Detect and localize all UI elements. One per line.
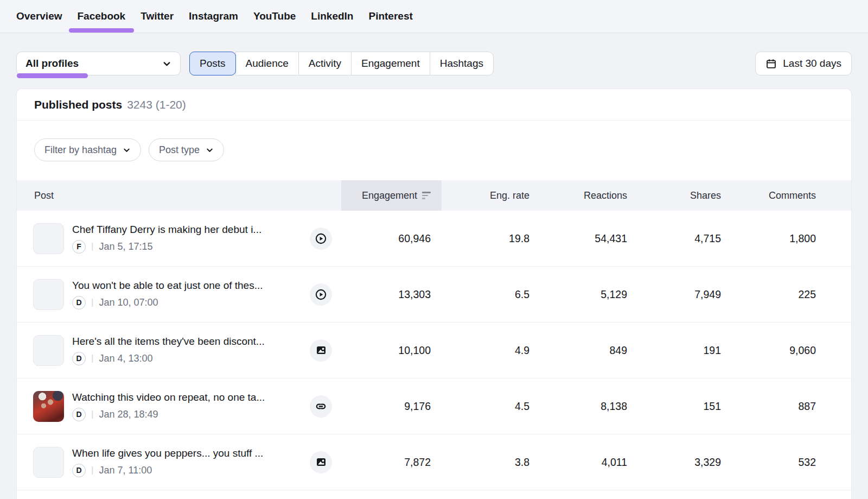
sort-descending-icon [422, 192, 431, 199]
engagement-value: 9,176 [341, 400, 442, 413]
column-header-shares[interactable]: Shares [638, 180, 732, 211]
post-title: You won't be able to eat just one of the… [72, 280, 304, 292]
column-header-eng-rate[interactable]: Eng. rate [442, 180, 540, 211]
view-tab-posts[interactable]: Posts [189, 52, 236, 75]
post-title: When life gives you peppers... you stuff… [72, 447, 304, 459]
post-title: Watching this video on repeat, no one ta… [72, 391, 304, 403]
comments-value: 532 [732, 456, 827, 469]
media-type-badge [310, 395, 332, 418]
view-tab-audience[interactable]: Audience [235, 52, 299, 75]
post-date: Jan 10, 07:00 [99, 297, 158, 308]
post-thumbnail [33, 447, 64, 478]
post-title: Here's all the items they've been discon… [72, 336, 304, 348]
nav-tab-instagram[interactable]: Instagram [189, 0, 238, 33]
nav-tab-pinterest[interactable]: Pinterest [368, 0, 412, 33]
shares-value: 4,715 [638, 232, 732, 245]
engagement-value: 7,872 [341, 456, 442, 469]
filter-by-hashtag-dropdown[interactable]: Filter by hashtag [34, 138, 141, 161]
media-type-badge [310, 339, 332, 362]
table-header: Post Engagement Eng. rate Reactions Shar… [17, 180, 851, 211]
meta-separator: | [91, 241, 93, 252]
image-icon [316, 457, 327, 468]
column-header-reactions[interactable]: Reactions [540, 180, 638, 211]
profile-initial-badge: D [72, 352, 86, 365]
calendar-icon [765, 58, 777, 70]
comments-value: 9,060 [732, 344, 827, 357]
nav-tab-overview[interactable]: Overview [16, 0, 62, 33]
shares-value: 7,949 [638, 288, 732, 301]
table-row[interactable]: You won't be able to eat just one of the… [17, 267, 851, 323]
post-type-label: Post type [159, 144, 200, 156]
filter-by-hashtag-label: Filter by hashtag [44, 144, 117, 156]
post-meta: D | Jan 28, 18:49 [72, 408, 310, 421]
video-play-icon [315, 288, 327, 301]
meta-separator: | [91, 297, 93, 308]
table-row[interactable]: Chef Tiffany Derry is making her debut i… [17, 211, 851, 267]
view-tab-label: Hashtags [440, 58, 483, 70]
view-tab-engagement[interactable]: Engagement [351, 52, 430, 75]
chevron-down-icon [206, 146, 214, 154]
top-nav: Overview Facebook Twitter Instagram YouT… [0, 0, 868, 33]
meta-separator: | [91, 353, 93, 364]
published-posts-panel: Published posts 3243 (1-20) Filter by ha… [16, 89, 852, 499]
nav-tab-label: Pinterest [368, 10, 412, 22]
reactions-value: 849 [540, 344, 638, 357]
view-tab-hashtags[interactable]: Hashtags [430, 52, 494, 75]
table-row[interactable]: Watching this video on repeat, no one ta… [17, 378, 851, 434]
comments-value: 1,800 [732, 232, 827, 245]
post-text: Chef Tiffany Derry is making her debut i… [72, 224, 310, 254]
chevron-down-icon [162, 59, 171, 68]
date-range-button[interactable]: Last 30 days [755, 52, 852, 75]
post-cell: You won't be able to eat just one of the… [17, 279, 341, 310]
nav-tab-facebook[interactable]: Facebook [78, 0, 126, 33]
panel-header: Published posts 3243 (1-20) [17, 89, 851, 121]
nav-tab-label: Overview [16, 10, 62, 22]
active-tab-underline [69, 28, 135, 33]
meta-separator: | [91, 409, 93, 420]
media-type-badge [310, 283, 332, 306]
nav-tab-twitter[interactable]: Twitter [141, 0, 174, 33]
post-date: Jan 4, 13:00 [99, 353, 152, 364]
profile-select-value: All profiles [25, 58, 79, 70]
post-title: Chef Tiffany Derry is making her debut i… [72, 224, 304, 236]
comments-value: 887 [732, 400, 827, 413]
post-thumbnail [33, 223, 64, 254]
post-date: Jan 7, 11:00 [99, 465, 152, 476]
view-tab-activity[interactable]: Activity [298, 52, 352, 75]
profile-initial-badge: D [72, 408, 86, 421]
post-cell: Here's all the items they've been discon… [17, 335, 341, 366]
eng-rate-value: 4.5 [442, 400, 540, 413]
link-icon [315, 400, 327, 413]
post-text: Here's all the items they've been discon… [72, 336, 310, 365]
table-row[interactable]: When life gives you peppers... you stuff… [17, 434, 851, 490]
reactions-value: 4,011 [540, 456, 638, 469]
date-range-label: Last 30 days [783, 58, 841, 70]
view-tab-label: Posts [200, 58, 226, 70]
view-tab-label: Activity [309, 58, 341, 70]
post-text: Watching this video on repeat, no one ta… [72, 391, 310, 421]
table-row[interactable]: Here's all the items they've been discon… [17, 323, 851, 378]
eng-rate-value: 4.9 [442, 344, 540, 357]
post-type-dropdown[interactable]: Post type [149, 138, 224, 161]
panel-count: 3243 (1-20) [127, 98, 186, 111]
nav-tab-label: Instagram [189, 10, 238, 22]
shares-value: 191 [638, 344, 732, 357]
column-header-comments[interactable]: Comments [732, 180, 827, 211]
engagement-value: 10,100 [341, 344, 442, 357]
nav-tab-label: Twitter [141, 10, 174, 22]
nav-tab-youtube[interactable]: YouTube [253, 0, 296, 33]
eng-rate-value: 3.8 [442, 456, 540, 469]
post-cell: Watching this video on repeat, no one ta… [17, 391, 341, 422]
profile-initial-badge: D [72, 296, 86, 309]
nav-tab-linkedin[interactable]: LinkedIn [311, 0, 353, 33]
profile-select-underline [17, 73, 88, 78]
post-date: Jan 28, 18:49 [99, 409, 158, 420]
engagement-value: 60,946 [341, 232, 442, 245]
column-header-engagement[interactable]: Engagement [341, 180, 442, 211]
comments-value: 225 [732, 288, 827, 301]
view-tab-label: Engagement [361, 58, 420, 70]
profile-select[interactable]: All profiles [16, 52, 181, 75]
engagement-header-label: Engagement [362, 190, 417, 201]
meta-separator: | [91, 465, 93, 476]
engagement-value: 13,303 [341, 288, 442, 301]
